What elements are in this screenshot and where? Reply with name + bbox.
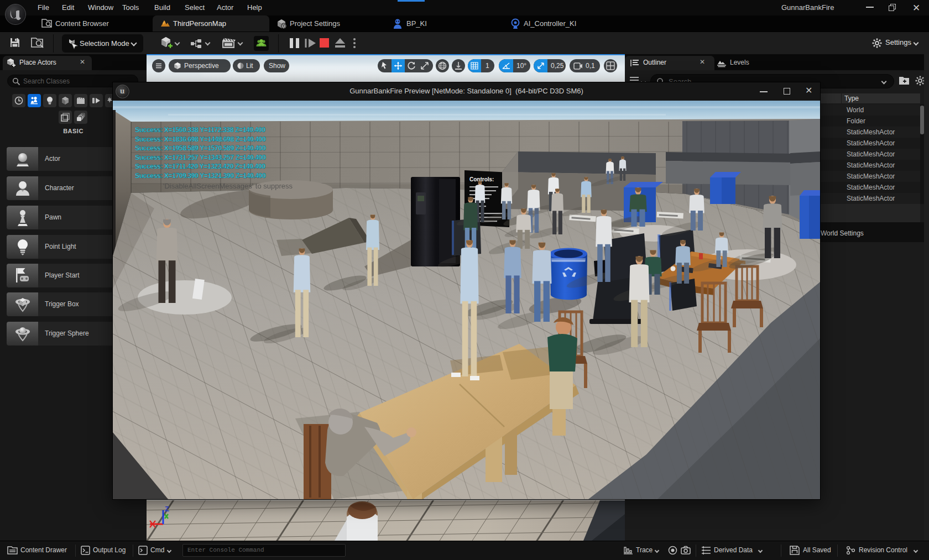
svg-text:'DisableAllScreenMessages' to: 'DisableAllScreenMessages' to suppress: [163, 182, 293, 190]
svg-text:Success: X=1711.420 Y=1323.420: Success: X=1711.420 Y=1323.420 Z=140.400: [135, 163, 265, 170]
svg-text:Success: X=1731.257 Y=1343.257: Success: X=1731.257 Y=1343.257 Z=140.400: [135, 154, 266, 161]
svg-text:Success: X=1958.589 Y=1570.589: Success: X=1958.589 Y=1570.589 Z=140.400: [135, 144, 266, 152]
svg-text:Z: Z: [165, 505, 169, 513]
svg-text:Success: X=1836.698 Y=1448.698: Success: X=1836.698 Y=1448.698 Z=140.400: [135, 135, 266, 143]
svg-text:Success: X=1709.390 Y=1321.390: Success: X=1709.390 Y=1321.390 Z=140.400: [135, 172, 266, 180]
svg-text:Success: X=1560.338 Y=1172.338: Success: X=1560.338 Y=1172.338 Z=140.400: [135, 126, 265, 134]
